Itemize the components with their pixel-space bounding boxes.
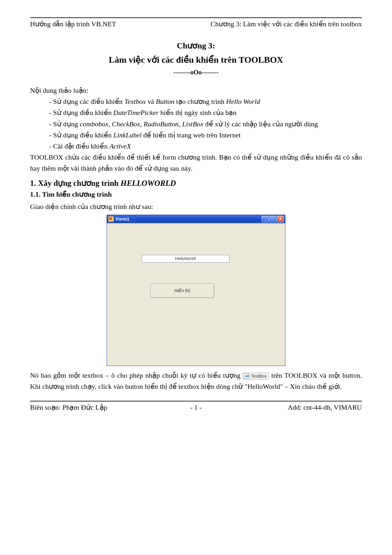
hello-textbox[interactable]: HelloWorld! xyxy=(142,255,229,262)
bullet-5: - Cài đặt điều khiển ActiveX xyxy=(30,141,362,152)
form-screenshot: Form1 _ □ X HelloWorld! Hiển thị xyxy=(30,215,362,366)
text: - Sử dụng điều khiển xyxy=(49,109,113,117)
footer-left: Biên soạn: Phạm Đức Lập xyxy=(30,403,186,412)
chapter-number: Chương 3: xyxy=(30,41,362,51)
text: hiển thị ngày sinh của bạn xyxy=(159,109,236,117)
bullet-4: - Sử dụng điều khiển LinkLabel để hiển t… xyxy=(30,129,362,141)
textbox-glyph-icon: abl xyxy=(244,374,250,379)
form-title: Form1 xyxy=(116,217,129,222)
text: để xử lý các nhập liệu của người dùng xyxy=(203,120,318,128)
section-1-1-heading: 1.1. Tìm hiểu chương trình xyxy=(30,190,362,199)
text: - Sử dụng điều khiển xyxy=(49,131,113,139)
section-1-title: HELLOWORLD xyxy=(121,179,176,187)
gui-intro: Giao diện chính của chương trình như sau… xyxy=(30,201,362,212)
paragraph-after-form: Nó bao gồm một textbox – ô cho phép nhập… xyxy=(30,370,362,392)
footer-page-number: - 1 - xyxy=(186,403,206,412)
textbox-chip-label: TextBox xyxy=(251,373,267,379)
chapter-title: Làm việc với các điều khiển trên TOOLBOX xyxy=(30,54,362,65)
page-footer: Biên soạn: Phạm Đức Lập - 1 - Add: cnt-4… xyxy=(30,403,362,412)
bullet-1: - Sử dụng các điều khiển Textbox và Butt… xyxy=(30,96,362,107)
header-right: Chương 3: Làm việc với các điều khiển tr… xyxy=(210,20,362,28)
toolbox-paragraph: TOOLBOX chứa các điều khiển để thiết kế … xyxy=(30,152,362,174)
text: - Sử dụng các điều khiển xyxy=(49,98,124,105)
activex-term: ActiveX xyxy=(109,142,131,150)
winform: Form1 _ □ X HelloWorld! Hiển thị xyxy=(107,215,285,366)
section-1-heading: 1. Xây dựng chương trình HELLOWORLD xyxy=(30,179,362,188)
maximize-button[interactable]: □ xyxy=(269,216,276,222)
text: - Sử dụng xyxy=(49,120,80,128)
titlebar: Form1 _ □ X xyxy=(107,215,285,223)
show-button[interactable]: Hiển thị xyxy=(150,283,214,298)
bottom-rule xyxy=(30,401,362,401)
button-term: Button xyxy=(156,98,174,105)
text: Nó bao gồm một textbox – ô cho phép nhập… xyxy=(30,371,243,379)
minimize-button[interactable]: _ xyxy=(262,216,269,222)
text: và xyxy=(146,98,156,105)
close-button[interactable]: X xyxy=(277,216,284,222)
datetimepicker-term: DateTimePicker xyxy=(113,109,159,117)
textbox-term: Textbox xyxy=(124,98,146,105)
bullet-2: - Sử dụng điều khiển DateTimePicker hiển… xyxy=(30,107,362,118)
page-header: Hướng dẫn lập trình VB.NET Chương 3: Làm… xyxy=(30,20,362,28)
section-1-num: 1. Xây dựng chương trình xyxy=(30,179,121,187)
footer-right: Add: cnt-44-dh, VIMARU xyxy=(206,403,362,412)
form-icon xyxy=(108,216,114,222)
form-body: HelloWorld! Hiển thị xyxy=(107,223,285,366)
controls-term: combobox, CheckBox, RadioButton, ListBox xyxy=(80,120,203,128)
bullet-3: - Sử dụng combobox, CheckBox, RadioButto… xyxy=(30,118,362,129)
top-rule xyxy=(30,17,362,18)
intro-heading: Nội dung thảo luận: xyxy=(30,85,362,96)
text: để hiển thị trang web trên Internet xyxy=(142,131,241,139)
textbox-toolbox-icon: abl TextBox xyxy=(243,373,269,380)
text: tạo chương trình xyxy=(174,98,226,105)
text: - Cài đặt điều khiển xyxy=(49,142,109,150)
linklabel-term: LinkLabel xyxy=(113,131,141,139)
ornament: --------oOo-------- xyxy=(30,69,362,76)
helloworld-term: Hello World xyxy=(226,98,260,105)
header-left: Hướng dẫn lập trình VB.NET xyxy=(30,20,116,28)
